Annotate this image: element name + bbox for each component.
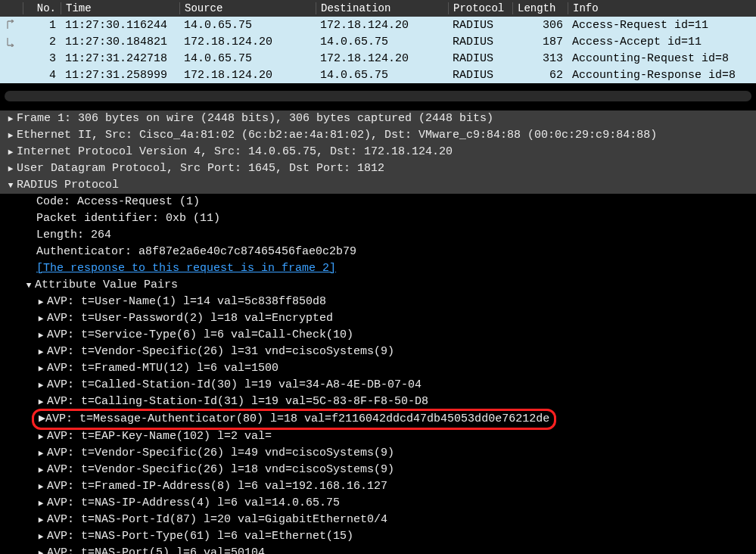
tree-frame-label: Frame 1: 306 bytes on wire (2448 bits), … [17,110,493,127]
chevron-right-icon[interactable]: ▶ [5,144,17,160]
packet-row[interactable]: 2 11:27:30.184821 172.18.124.20 14.0.65.… [0,33,756,50]
tree-radius[interactable]: ▼ RADIUS Protocol [0,177,756,194]
tree-ip-label: Internet Protocol Version 4, Src: 14.0.6… [17,144,453,160]
packet-row[interactable]: 4 11:27:31.258999 172.18.124.20 14.0.65.… [0,67,756,83]
packet-row[interactable]: 1 11:27:30.116244 14.0.65.75 172.18.124.… [0,17,756,33]
col-info[interactable]: Info [568,2,756,14]
cell-proto: RADIUS [448,69,512,82]
cell-len: 187 [512,36,568,48]
col-time[interactable]: Time [61,2,179,14]
tree-ip[interactable]: ▶ Internet Protocol Version 4, Src: 14.0… [0,144,756,160]
cell-no: 2 [23,36,61,48]
radius-authenticator[interactable]: Authenticator: a8f87e2a6e40c7c87465456fa… [0,244,756,260]
avp-row[interactable]: ▶ AVP: t=NAS-IP-Address(4) l=6 val=14.0.… [0,495,756,512]
tree-radius-label: RADIUS Protocol [17,177,119,194]
cell-info: Access-Request id=11 [568,19,756,32]
last-packet-marker-icon [0,36,23,47]
avp-row[interactable]: ▶ AVP: t=Framed-MTU(12) l=6 val=1500 [0,360,756,377]
tree-ethernet[interactable]: ▶ Ethernet II, Src: Cisco_4a:81:02 (6c:b… [0,127,756,144]
cell-time: 11:27:31.258999 [61,69,179,82]
chevron-down-icon[interactable]: ▼ [5,177,17,194]
col-length[interactable]: Length [512,2,568,14]
col-protocol[interactable]: Protocol [448,2,512,14]
cell-proto: RADIUS [448,19,512,32]
chevron-right-icon[interactable]: ▶ [5,127,17,144]
chevron-right-icon[interactable]: ▶ [35,310,47,327]
cell-src: 172.18.124.20 [179,36,316,48]
chevron-right-icon[interactable]: ▶ [35,495,47,512]
col-source[interactable]: Source [179,2,316,14]
avp-row[interactable]: ▶ AVP: t=NAS-Port-Type(61) l=6 val=Ether… [0,528,756,545]
cell-src: 14.0.65.75 [179,52,316,65]
tree-udp[interactable]: ▶ User Datagram Protocol, Src Port: 1645… [0,160,756,177]
cell-dst: 172.18.124.20 [316,19,448,32]
avp-row[interactable]: ▶ AVP: t=Called-Station-Id(30) l=19 val=… [0,377,756,394]
cell-proto: RADIUS [448,52,512,65]
cell-dst: 14.0.65.75 [316,69,448,82]
chevron-right-icon[interactable]: ▶ [35,377,47,394]
avp-row[interactable]: ▶ AVP: t=Framed-IP-Address(8) l=6 val=19… [0,478,756,495]
avp-row[interactable]: ▶ AVP: t=Vendor-Specific(26) l=49 vnd=ci… [0,445,756,462]
chevron-right-icon[interactable]: ▶ [5,110,17,127]
radius-packet-id[interactable]: Packet identifier: 0xb (11) [0,210,756,227]
chevron-right-icon[interactable]: ▶ [35,462,47,478]
chevron-right-icon[interactable]: ▶ [35,344,47,360]
col-destination[interactable]: Destination [316,2,448,14]
chevron-right-icon[interactable]: ▶ [35,294,47,310]
chevron-right-icon[interactable]: ▶ [35,445,47,462]
avp-row[interactable]: ▶ AVP: t=EAP-Key-Name(102) l=2 val= [0,428,756,445]
avp-highlighted-row[interactable]: ▶ AVP: t=Message-Authenticator(80) l=18 … [32,409,556,430]
cell-src: 172.18.124.20 [179,69,316,82]
cell-no: 3 [23,52,61,65]
cell-dst: 14.0.65.75 [316,36,448,48]
packet-list: No. Time Source Destination Protocol Len… [0,0,756,83]
radius-code[interactable]: Code: Access-Request (1) [0,194,756,210]
first-packet-marker-icon [0,20,23,30]
chevron-right-icon[interactable]: ▶ [35,528,47,545]
avp-label: Attribute Value Pairs [35,277,178,294]
cell-info: Accounting-Request id=8 [568,52,756,65]
chevron-right-icon[interactable]: ▶ [39,411,45,428]
avp-row[interactable]: ▶ AVP: t=User-Password(2) l=18 val=Encry… [0,310,756,327]
chevron-right-icon[interactable]: ▶ [35,512,47,528]
cell-len: 306 [512,19,568,32]
avp-row[interactable]: ▶ AVP: t=Vendor-Specific(26) l=18 vnd=ci… [0,462,756,478]
chevron-right-icon[interactable]: ▶ [35,545,47,554]
chevron-down-icon[interactable]: ▼ [23,277,35,294]
tree-eth-label: Ethernet II, Src: Cisco_4a:81:02 (6c:b2:… [17,127,657,144]
horizontal-scrollbar[interactable] [5,91,751,101]
cell-no: 1 [23,19,61,32]
cell-dst: 172.18.124.20 [316,52,448,65]
avp-row[interactable]: ▶ AVP: t=Calling-Station-Id(31) l=19 val… [0,394,756,410]
packet-details: ▶ Frame 1: 306 bytes on wire (2448 bits)… [0,107,756,554]
chevron-right-icon[interactable]: ▶ [35,478,47,495]
avp-row[interactable]: ▶ AVP: t=NAS-Port(5) l=6 val=50104 [0,545,756,554]
cell-time: 11:27:30.116244 [61,19,179,32]
chevron-right-icon[interactable]: ▶ [35,327,47,344]
cell-no: 4 [23,69,61,82]
radius-length[interactable]: Length: 264 [0,227,756,244]
avp-row[interactable]: ▶ AVP: t=NAS-Port-Id(87) l=20 val=Gigabi… [0,512,756,528]
tree-frame[interactable]: ▶ Frame 1: 306 bytes on wire (2448 bits)… [0,110,756,127]
cell-info: Accounting-Response id=8 [568,69,756,82]
cell-info: Access-Accept id=11 [568,36,756,48]
cell-src: 14.0.65.75 [179,19,316,32]
avp-row[interactable]: ▶ AVP: t=User-Name(1) l=14 val=5c838ff85… [0,294,756,310]
cell-time: 11:27:31.242718 [61,52,179,65]
avp-row[interactable]: ▶ AVP: t=Vendor-Specific(26) l=31 vnd=ci… [0,344,756,360]
radius-response-link[interactable]: [The response to this request is in fram… [0,260,756,277]
chevron-right-icon[interactable]: ▶ [35,360,47,377]
packet-list-body: 1 11:27:30.116244 14.0.65.75 172.18.124.… [0,17,756,83]
cell-proto: RADIUS [448,36,512,48]
avp-row[interactable]: ▶ AVP: t=Service-Type(6) l=6 val=Call-Ch… [0,327,756,344]
chevron-right-icon[interactable]: ▶ [35,394,47,410]
packet-row[interactable]: 3 11:27:31.242718 14.0.65.75 172.18.124.… [0,50,756,67]
chevron-right-icon[interactable]: ▶ [35,428,47,445]
col-no[interactable]: No. [23,2,61,14]
cell-len: 313 [512,52,568,65]
cell-time: 11:27:30.184821 [61,36,179,48]
cell-len: 62 [512,69,568,82]
chevron-right-icon[interactable]: ▶ [5,160,17,177]
packet-list-header: No. Time Source Destination Protocol Len… [0,0,756,17]
tree-avp-group[interactable]: ▼ Attribute Value Pairs [0,277,756,294]
